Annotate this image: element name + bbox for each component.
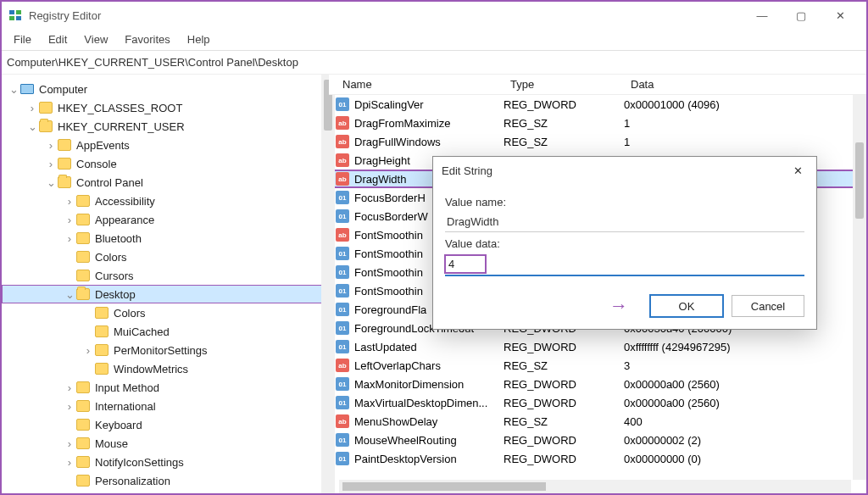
value-row[interactable]: abDragFromMaximizeREG_SZ1 [329, 114, 866, 132]
close-button[interactable]: ✕ [821, 2, 860, 29]
titlebar: Registry Editor — ▢ ✕ [2, 2, 866, 29]
value-row[interactable]: 01MaxVirtualDesktopDimen...REG_DWORD0x00… [329, 393, 866, 412]
value-row[interactable]: 01MouseWheelRoutingREG_DWORD0x00000002 (… [329, 431, 866, 449]
tree-label: AppEvents [76, 139, 130, 152]
tree-panel[interactable]: ⌄Computer›HKEY_CLASSES_ROOT⌄HKEY_CURRENT… [2, 75, 324, 493]
tree-item[interactable]: Personalization [2, 471, 324, 490]
binary-value-icon: 01 [336, 396, 349, 409]
tree-item[interactable]: ⌄Control Panel [2, 173, 324, 192]
address-bar[interactable]: Computer\HKEY_CURRENT_USER\Control Panel… [2, 51, 866, 75]
value-row[interactable]: 01LastUpdatedREG_DWORD0xffffffff (429496… [329, 337, 866, 356]
menu-edit[interactable]: Edit [40, 30, 75, 49]
value-row[interactable]: 01MaxMonitorDimensionREG_DWORD0x00000a00… [329, 375, 866, 393]
chevron-right-icon[interactable]: › [63, 231, 76, 245]
folder-icon [76, 214, 90, 225]
tree-item[interactable]: ›Appearance [2, 210, 324, 229]
chevron-right-icon[interactable]: › [81, 343, 95, 357]
value-row[interactable]: abDragFullWindowsREG_SZ1 [329, 132, 866, 151]
col-data[interactable]: Data [624, 75, 866, 93]
tree-item[interactable]: ›PerMonitorSettings [2, 341, 324, 359]
tree-label: Personalization [95, 475, 170, 487]
chevron-right-icon[interactable]: › [63, 381, 76, 394]
cancel-button[interactable]: Cancel [732, 295, 804, 317]
tree-item[interactable]: ›Accessibility [2, 192, 324, 210]
tree-label: WindowMetrics [114, 363, 188, 375]
folder-icon [39, 120, 53, 132]
value-data-field[interactable] [445, 255, 486, 273]
folder-icon [76, 400, 90, 412]
edit-string-dialog: Edit String ✕ Value name: Value data: → … [432, 156, 817, 330]
value-row[interactable]: abLeftOverlapCharsREG_SZ3 [329, 356, 866, 375]
folder-icon [76, 288, 90, 300]
tree-item[interactable]: Keyboard [2, 415, 324, 434]
value-data: 0x00000000 (0) [624, 453, 866, 465]
tree-item[interactable]: ›Console [2, 154, 324, 173]
values-scrollbar[interactable] [853, 75, 866, 480]
value-type: REG_DWORD [504, 341, 624, 353]
chevron-right-icon[interactable]: › [63, 437, 76, 450]
tree-item[interactable]: ⌄Desktop [2, 285, 324, 303]
tree-item[interactable]: ›HKEY_CLASSES_ROOT [2, 98, 324, 117]
menu-favorites[interactable]: Favorites [116, 30, 178, 49]
chevron-right-icon[interactable]: › [25, 101, 39, 114]
tree-label: Keyboard [95, 419, 142, 431]
value-data: 1 [624, 117, 866, 130]
tree-scrollbar[interactable] [321, 75, 335, 493]
col-name[interactable]: Name [336, 75, 504, 93]
col-type[interactable]: Type [504, 75, 624, 93]
tree-item[interactable]: ›Input Method [2, 378, 324, 397]
value-type: REG_SZ [504, 359, 624, 372]
value-row[interactable]: abMenuShowDelayREG_SZ400 [329, 412, 866, 431]
chevron-down-icon[interactable]: ⌄ [25, 120, 39, 133]
tree-item[interactable]: MuiCached [2, 322, 324, 341]
value-type: REG_DWORD [504, 434, 624, 447]
window-title: Registry Editor [29, 9, 743, 22]
value-name: PaintDesktopVersion [354, 453, 504, 465]
tree-label: Console [76, 158, 117, 170]
ok-button[interactable]: OK [650, 295, 723, 317]
binary-value-icon: 01 [336, 433, 349, 447]
chevron-right-icon[interactable]: › [63, 455, 76, 469]
tree-item[interactable]: ⌄HKEY_CURRENT_USER [2, 117, 324, 136]
tree-item[interactable]: Colors [2, 248, 324, 266]
folder-icon [76, 437, 90, 449]
value-row[interactable]: 01PaintDesktopVersionREG_DWORD0x00000000… [329, 449, 866, 468]
menu-view[interactable]: View [75, 30, 116, 49]
tree-label: MuiCached [114, 325, 170, 338]
folder-icon [76, 475, 90, 487]
tree-item[interactable]: ›NotifyIconSettings [2, 453, 324, 471]
tree-item[interactable]: Cursors [2, 266, 324, 285]
chevron-down-icon[interactable]: ⌄ [63, 287, 76, 301]
folder-icon [76, 251, 90, 263]
value-name: LeftOverlapChars [354, 359, 504, 372]
tree-label: Input Method [95, 381, 159, 394]
tree-item[interactable]: Colors [2, 303, 324, 322]
tree-item[interactable]: ›Mouse [2, 434, 324, 453]
tree-item[interactable]: WindowMetrics [2, 359, 324, 378]
tree-item[interactable]: ›AppEvents [2, 136, 324, 154]
chevron-right-icon[interactable]: › [63, 213, 76, 226]
tree-item[interactable]: ›International [2, 397, 324, 415]
tree-item[interactable]: ⌄Computer [2, 80, 324, 98]
chevron-down-icon[interactable]: ⌄ [44, 175, 58, 189]
tree-label: HKEY_CLASSES_ROOT [58, 102, 182, 114]
dialog-close-icon[interactable]: ✕ [787, 160, 808, 181]
binary-value-icon: 01 [336, 209, 349, 223]
minimize-button[interactable]: — [743, 2, 782, 29]
menu-file[interactable]: File [5, 30, 40, 49]
maximize-button[interactable]: ▢ [782, 2, 821, 29]
values-h-scrollbar[interactable] [339, 480, 851, 493]
tree-item[interactable]: ›Bluetooth [2, 229, 324, 248]
chevron-right-icon[interactable]: › [63, 399, 76, 413]
chevron-down-icon[interactable]: ⌄ [7, 82, 20, 96]
value-name-field[interactable] [445, 212, 804, 232]
value-type: REG_SZ [504, 136, 624, 148]
chevron-right-icon[interactable]: › [44, 138, 58, 152]
value-row[interactable]: 01DpiScalingVerREG_DWORD0x00001000 (4096… [329, 95, 866, 114]
chevron-right-icon[interactable]: › [44, 157, 58, 170]
tree-label: Cursors [95, 270, 134, 282]
menu-help[interactable]: Help [179, 30, 219, 49]
chevron-right-icon[interactable]: › [63, 194, 76, 208]
value-data: 400 [624, 415, 866, 428]
value-name: DragFullWindows [354, 136, 504, 148]
